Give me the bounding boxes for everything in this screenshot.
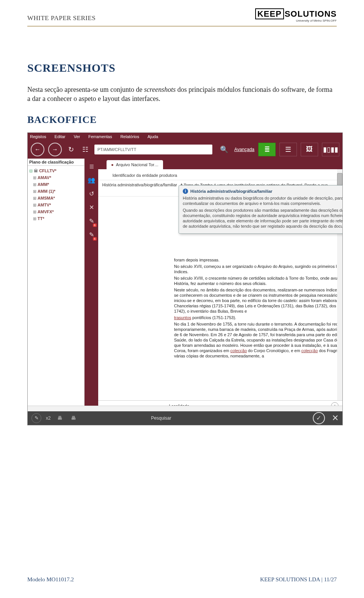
logo-word-solutions: SOLUTIONS — [285, 9, 337, 19]
back-button[interactable]: ← — [31, 143, 44, 156]
header-series: WHITE PAPER SERIES — [27, 14, 96, 22]
tree-item[interactable]: AMSMA* — [33, 195, 83, 201]
field-label-history: História administrativa/biográfica/famil… — [101, 183, 180, 187]
heading-screenshots: SCREENSHOTS — [27, 61, 337, 74]
tooltip-p2: Quando as descrições dos produtores são … — [183, 208, 342, 229]
tooltip-p1: História administrativa ou dados biográf… — [183, 195, 342, 206]
info-icon: i — [183, 189, 188, 194]
refresh-icon[interactable]: ↻ — [66, 144, 76, 155]
tooltip-info: iHistória administrativa/biográfica/fami… — [179, 185, 342, 234]
intro-pre: Nesta secção apresenta-se um conjunto de — [27, 86, 144, 93]
tree-item[interactable]: AMTV* — [33, 201, 83, 208]
history-text-body: foram depois impressas. No século XVII, … — [174, 257, 342, 398]
horiz-scrollbar[interactable] — [28, 406, 342, 411]
field-value-id[interactable] — [180, 173, 339, 178]
tabbar: ●Arquivo Nacional Tor… — [98, 159, 342, 169]
main-panel: ●Arquivo Nacional Tor… Identificador da … — [98, 159, 342, 411]
tab-active[interactable]: ●Arquivo Nacional Tor… — [107, 160, 163, 169]
intro-paragraph: Nesta secção apresenta-se um conjunto de… — [27, 85, 337, 104]
field-label-id: Identificador da entidade produtora — [101, 173, 180, 178]
sidebar: Plano de classificação 🏛 CFLLTV* AMAV* A… — [28, 159, 85, 411]
advanced-link[interactable]: Avançada — [234, 147, 254, 152]
status-close-icon[interactable]: ✕ — [332, 413, 339, 423]
app-screenshot: Registos Editar Ver Ferramentas Relatóri… — [27, 132, 343, 425]
brand-logo: KEEPSOLUTIONS University of Minho SPIN-O… — [255, 9, 337, 22]
menu-ajuda[interactable]: Ajuda — [147, 134, 158, 139]
rail-list-icon[interactable]: ≣ — [86, 161, 97, 172]
logo-subtitle: University of Minho SPIN-OFF — [255, 19, 337, 22]
tree-item[interactable]: AMAV* — [33, 174, 83, 181]
tree-item[interactable]: TT* — [33, 215, 83, 222]
status-print2-icon[interactable]: 🖶 — [69, 414, 78, 423]
menu-ferramentas[interactable]: Ferramentas — [88, 134, 112, 139]
menu-ver[interactable]: Ver — [74, 134, 80, 139]
form-pane: Identificador da entidade produtora Hist… — [98, 169, 342, 411]
logo-word-keep: KEEP — [255, 8, 284, 19]
forward-button[interactable]: → — [48, 143, 62, 156]
toolbar: ← → ↻ ☷ PT/AMM/CFLLTV/TT 🔍 Avançada ≣ ☰ … — [28, 140, 342, 159]
status-search-label[interactable]: Pesquisar — [151, 415, 171, 421]
tree-item[interactable]: AMM* — [33, 181, 83, 188]
view-grid-button[interactable]: ☰ — [279, 143, 297, 156]
intro-em: screenshots — [144, 86, 176, 93]
address-bar[interactable]: PT/AMM/CFLLTV/TT — [94, 145, 212, 154]
tree: 🏛 CFLLTV* AMAV* AMM* AMM (1)* AMSMA* AMT… — [28, 166, 84, 223]
tree-root[interactable]: 🏛 CFLLTV* — [29, 167, 83, 174]
footer-model: Modelo MO11017.2 — [27, 576, 74, 583]
menu-editar[interactable]: Editar — [55, 134, 66, 139]
icon-rail: ≣ 👥 ↺ ✕ ✎6 ✎6 — [85, 159, 98, 411]
sidebar-title: Plano de classificação — [28, 159, 84, 166]
header-rule — [27, 26, 337, 27]
status-confirm-icon[interactable]: ✓ — [313, 412, 325, 424]
hierarchy-icon[interactable]: ☷ — [80, 144, 91, 155]
menu-relatorios[interactable]: Relatórios — [120, 134, 139, 139]
rail-history-icon[interactable]: ↺ — [86, 188, 97, 200]
footer-page: KEEP SOLUTIONS LDA | 11/27 — [260, 576, 337, 583]
rail-people-icon[interactable]: 👥 — [86, 175, 97, 186]
view-image-button[interactable]: 🖼 — [301, 143, 318, 156]
view-list-button[interactable]: ≣ — [258, 143, 276, 156]
status-edit-icon[interactable]: ✎ — [31, 413, 41, 423]
search-icon[interactable]: 🔍 — [220, 145, 228, 154]
status-count: x2 — [46, 415, 51, 421]
status-print1-icon[interactable]: 🖶 — [55, 414, 64, 423]
rail-task1-icon[interactable]: ✎6 — [86, 216, 97, 227]
menu-registos[interactable]: Registos — [30, 134, 46, 139]
menubar: Registos Editar Ver Ferramentas Relatóri… — [28, 133, 342, 140]
rail-task2-icon[interactable]: ✎6 — [86, 229, 97, 241]
tree-item[interactable]: AMVFX* — [33, 208, 83, 215]
tree-item[interactable]: AMM (1)* — [33, 188, 83, 195]
view-barcode-button[interactable]: ▮▯▮▮ — [322, 143, 339, 156]
rail-tools-icon[interactable]: ✕ — [86, 202, 97, 213]
heading-backoffice: BACKOFFICE — [27, 114, 337, 126]
statusbar: ✎ x2 🖶 🖶 Pesquisar ✓ ✕ — [28, 411, 342, 425]
